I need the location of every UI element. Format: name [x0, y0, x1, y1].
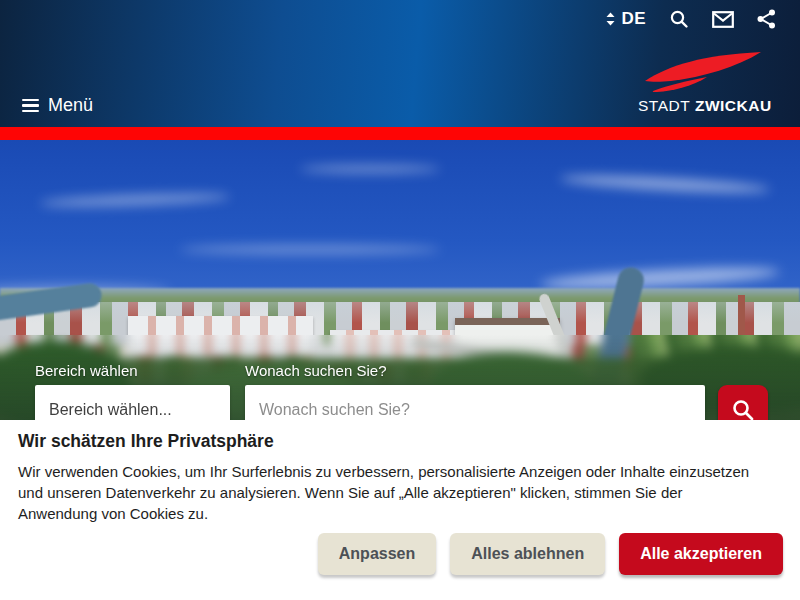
stadt-zwickau-logo[interactable]: STADT ZWICKAU: [638, 51, 766, 115]
search-button-header[interactable]: [669, 9, 689, 29]
share-icon: [757, 9, 776, 29]
mail-icon: [712, 11, 734, 28]
cookie-consent-banner: Wir schätzen Ihre Privatsphäre Wir verwe…: [0, 420, 800, 600]
logo-zwickau: ZWICKAU: [695, 97, 772, 114]
cloud: [300, 165, 440, 173]
cookie-reject-all-button[interactable]: Alles ablehnen: [450, 533, 605, 575]
contact-button[interactable]: [712, 11, 734, 28]
hamburger-icon: [22, 99, 39, 113]
cookie-banner-buttons: Anpassen Alles ablehnen Alle akzeptieren: [318, 533, 783, 575]
search-icon: [731, 398, 755, 422]
logo-swoosh-icon: [641, 51, 763, 93]
header-utility-bar: DE: [605, 9, 776, 29]
cookie-accept-all-button[interactable]: Alle akzeptieren: [619, 533, 783, 575]
cloud: [180, 245, 440, 254]
page: DE: [0, 0, 800, 600]
logo-stadt: STADT: [638, 97, 690, 114]
language-label: DE: [621, 9, 646, 29]
cookie-banner-message: Wir verwenden Cookies, um Ihr Surferlebn…: [18, 461, 763, 524]
logo-text: STADT ZWICKAU: [638, 97, 766, 115]
menu-label: Menü: [48, 95, 93, 116]
header: DE: [0, 0, 800, 127]
area-select-label: Bereich wählen: [35, 362, 138, 379]
query-input-label: Wonach suchen Sie?: [245, 362, 386, 379]
cookie-banner-title: Wir schätzen Ihre Privatsphäre: [18, 431, 274, 452]
language-switcher[interactable]: DE: [605, 9, 646, 29]
search-icon: [669, 9, 689, 29]
share-button[interactable]: [757, 9, 776, 29]
up-down-chevrons-icon: [605, 11, 616, 27]
menu-button[interactable]: Menü: [22, 95, 93, 116]
cookie-customize-button[interactable]: Anpassen: [318, 533, 436, 575]
brand-red-stripe: [0, 127, 800, 140]
area-select-value: Bereich wählen...: [49, 401, 172, 419]
